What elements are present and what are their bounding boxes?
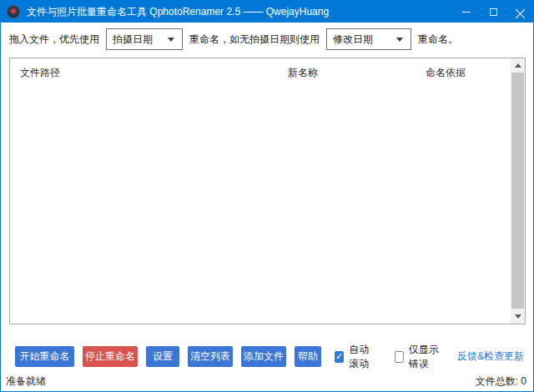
autoscroll-checkbox[interactable]: 自动滚动: [335, 343, 378, 371]
stop-rename-button[interactable]: 停止重命名: [83, 346, 138, 367]
primary-date-select-value: 拍摄日期: [113, 33, 168, 47]
clear-list-button[interactable]: 清空列表: [188, 346, 233, 367]
checkbox-icon[interactable]: [395, 351, 404, 363]
errors-only-checkbox-label: 仅显示错误: [409, 343, 446, 371]
close-icon: [516, 8, 525, 17]
status-bar: 准备就绪 文件总数: 0: [1, 371, 533, 391]
chevron-down-icon: [168, 38, 174, 42]
triangle-up-icon: [515, 63, 521, 68]
column-header-newname[interactable]: 新名称: [288, 66, 318, 80]
rename-middle-label: 重命名，如无拍摄日期则使用: [189, 33, 320, 47]
settings-button[interactable]: 设置: [146, 346, 179, 367]
feedback-update-link[interactable]: 反馈&检查更新: [457, 349, 524, 364]
column-header-basis[interactable]: 命名依据: [426, 66, 466, 80]
vertical-scrollbar[interactable]: [511, 58, 525, 324]
primary-date-select[interactable]: 拍摄日期: [106, 28, 183, 50]
help-button[interactable]: 帮助: [295, 346, 321, 367]
maximize-icon: [490, 8, 497, 16]
title-bar[interactable]: 文件与照片批量重命名工具 QphotoRenamer 2.5 —— Qwejay…: [1, 1, 533, 23]
fallback-date-select-value: 修改日期: [333, 33, 396, 47]
triangle-down-icon: [515, 314, 521, 319]
app-icon: [7, 5, 20, 18]
start-rename-button[interactable]: 开始重命名: [15, 346, 74, 367]
app-window: 文件与照片批量重命名工具 QphotoRenamer 2.5 —— Qwejay…: [0, 0, 534, 392]
scroll-down-button[interactable]: [511, 309, 525, 324]
add-files-button[interactable]: 添加文件: [241, 346, 286, 367]
checkbox-icon[interactable]: [335, 351, 344, 363]
options-bar: 拖入文件，优先使用 拍摄日期 重命名，如无拍摄日期则使用 修改日期 重命名。: [9, 28, 526, 50]
status-text: 准备就绪: [6, 374, 46, 389]
scroll-up-button[interactable]: [511, 58, 525, 73]
toolbar: 开始重命名 停止重命名 设置 清空列表 添加文件 帮助 自动滚动 仅显示错误 反…: [15, 346, 524, 367]
fallback-date-select[interactable]: 修改日期: [326, 28, 411, 50]
chevron-down-icon: [396, 38, 403, 42]
close-button[interactable]: [506, 1, 533, 23]
drop-files-prefix-label: 拖入文件，优先使用: [9, 33, 99, 47]
errors-only-checkbox[interactable]: 仅显示错误: [395, 343, 446, 371]
window-title: 文件与照片批量重命名工具 QphotoRenamer 2.5 —— Qwejay…: [27, 5, 329, 19]
window-controls: [453, 1, 533, 23]
column-header-filepath[interactable]: 文件路径: [20, 66, 60, 80]
autoscroll-checkbox-label: 自动滚动: [349, 343, 378, 371]
file-count-text: 文件总数: 0: [476, 374, 526, 389]
scrollbar-thumb[interactable]: [511, 73, 524, 309]
minimize-button[interactable]: [453, 1, 480, 23]
file-list[interactable]: 文件路径 新名称 命名依据: [9, 58, 526, 324]
maximize-button[interactable]: [480, 1, 506, 23]
rename-suffix-label: 重命名。: [418, 33, 458, 47]
minimize-icon: [462, 12, 471, 13]
